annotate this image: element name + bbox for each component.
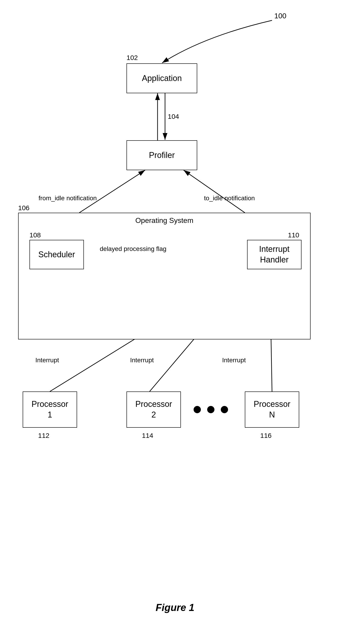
svg-point-14 xyxy=(221,406,228,413)
os-label: Operating System xyxy=(135,216,193,225)
ref-114: 114 xyxy=(142,432,153,440)
ref-108: 108 xyxy=(30,231,41,239)
from-idle-label: from_idle notification xyxy=(39,194,97,202)
svg-line-6 xyxy=(79,170,145,213)
interrupt-label-1: Interrupt xyxy=(35,356,59,364)
processor2-label: Processor 2 xyxy=(135,399,172,420)
os-box: Operating System xyxy=(18,213,310,340)
interrupt-label-2: Interrupt xyxy=(130,356,154,364)
to-idle-label: to_idle notification xyxy=(204,194,255,202)
scheduler-label: Scheduler xyxy=(38,250,75,259)
ref-104: 104 xyxy=(168,113,179,120)
svg-point-12 xyxy=(194,406,201,413)
application-label: Application xyxy=(142,74,182,83)
profiler-box: Profiler xyxy=(126,140,197,170)
ref-106: 106 xyxy=(18,204,30,212)
application-box: Application xyxy=(126,63,197,93)
ref-102: 102 xyxy=(126,54,138,62)
processor2-box: Processor 2 xyxy=(126,392,181,428)
ref-112: 112 xyxy=(38,432,49,440)
processorN-label: Processor N xyxy=(254,399,290,420)
diagram: 100 Application 102 104 Profiler from_id… xyxy=(0,0,350,644)
processorN-box: Processor N xyxy=(245,392,299,428)
profiler-label: Profiler xyxy=(149,150,175,160)
interrupt-label-3: Interrupt xyxy=(222,356,246,364)
scheduler-box: Scheduler xyxy=(30,240,84,269)
svg-point-13 xyxy=(207,406,215,413)
processor1-box: Processor 1 xyxy=(23,392,77,428)
ref-110: 110 xyxy=(288,231,299,239)
delayed-flag-label: delayed processing flag xyxy=(100,245,166,252)
ref-116: 116 xyxy=(260,432,272,440)
ref-100: 100 xyxy=(274,12,286,20)
svg-line-7 xyxy=(184,170,245,213)
interrupt-handler-label: Interrupt Handler xyxy=(259,244,289,265)
processor1-label: Processor 1 xyxy=(32,399,68,420)
figure-caption: Figure 1 xyxy=(0,602,350,613)
interrupt-handler-box: Interrupt Handler xyxy=(247,240,301,269)
